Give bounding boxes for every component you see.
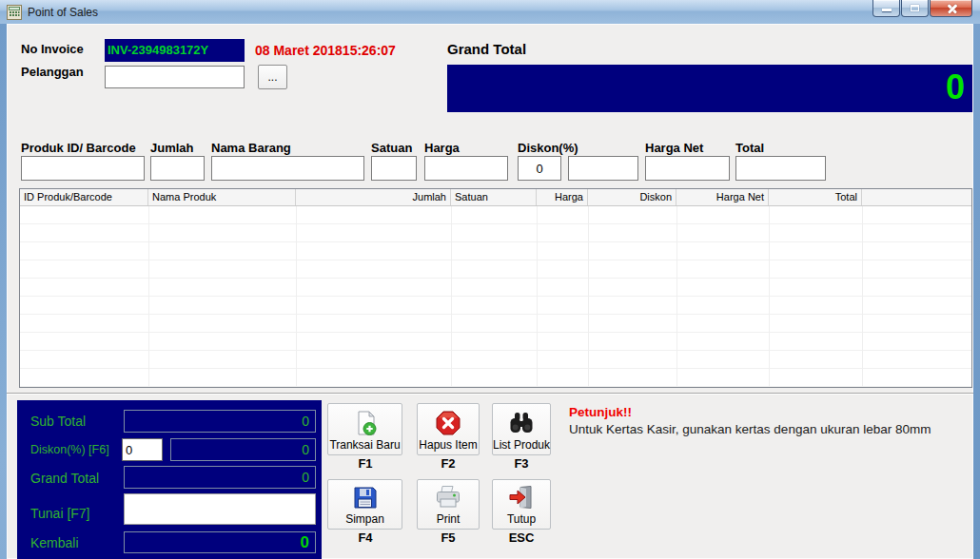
diskon-f6-value: 0	[170, 438, 316, 461]
kembali-value: 0	[124, 531, 316, 553]
minimize-button[interactable]	[872, 0, 900, 17]
fkey-f3: F3	[500, 456, 542, 471]
invoice-number-display: INV-2394983172Y	[105, 39, 245, 62]
restore-icon	[911, 5, 919, 11]
list-produk-button[interactable]: List Produk	[492, 403, 551, 455]
total-input[interactable]	[735, 156, 826, 181]
app-window: Point of Sales No Invoice INV-2394983172…	[0, 0, 980, 559]
satuan-label: Satuan	[371, 141, 412, 155]
fkey-f1: F1	[344, 456, 386, 471]
sub-total-label: Sub Total	[30, 414, 86, 429]
col-harga-net[interactable]: Harga Net	[676, 189, 769, 205]
pelanggan-browse-button[interactable]: ...	[258, 65, 287, 89]
delete-item-icon	[435, 404, 461, 438]
print-button[interactable]: Print	[417, 479, 480, 530]
jumlah-input[interactable]	[150, 156, 205, 181]
action-label: Hapus Item	[419, 438, 477, 454]
pelanggan-input[interactable]	[105, 66, 245, 88]
tunai-f7-input[interactable]	[124, 493, 316, 525]
simpan-button[interactable]: Simpan	[327, 479, 402, 530]
items-table-header: ID Produk/Barcode Nama Produk Jumlah Sat…	[20, 189, 971, 206]
diskon-label: Diskon(%)	[518, 141, 578, 155]
harga-net-input[interactable]	[645, 156, 730, 181]
tunai-f7-label: Tunai [F7]	[30, 506, 90, 521]
col-jumlah[interactable]: Jumlah	[296, 189, 451, 205]
col-diskon[interactable]: Diskon	[588, 189, 676, 205]
harga-input[interactable]	[424, 156, 508, 181]
diskon-input[interactable]	[518, 156, 561, 181]
col-id-produk[interactable]: ID Produk/Barcode	[20, 189, 148, 205]
grand-total-value: 0	[124, 466, 316, 489]
no-invoice-label: No Invoice	[21, 42, 84, 56]
diskon-amount-input[interactable]	[568, 156, 638, 181]
window-title: Point of Sales	[28, 6, 98, 19]
pelanggan-label: Pelanggan	[21, 65, 84, 79]
tutup-button[interactable]: Tutup	[492, 479, 551, 530]
grand-total-display: 0	[447, 65, 972, 112]
col-harga[interactable]: Harga	[537, 189, 588, 205]
nama-barang-input[interactable]	[211, 156, 364, 181]
hapus-item-button[interactable]: Hapus Item	[417, 403, 480, 455]
fkey-f5: F5	[427, 530, 469, 545]
action-label: Print	[437, 512, 461, 529]
grand-total-header-label: Grand Total	[447, 41, 526, 57]
fkey-esc: ESC	[500, 530, 542, 545]
nama-barang-label: Nama Barang	[211, 141, 291, 155]
action-label: Simpan	[345, 512, 384, 529]
total-label: Total	[735, 141, 764, 155]
col-nama-produk[interactable]: Nama Produk	[148, 189, 296, 205]
kembali-label: Kembali	[30, 535, 79, 550]
printer-icon	[435, 480, 461, 512]
summary-panel: Sub Total 0 Diskon(%) [F6] 0 Grand Total…	[17, 400, 322, 559]
diskon-f6-label: Diskon(%) [F6]	[30, 443, 109, 456]
diskon-f6-input[interactable]	[122, 438, 163, 461]
note-text: Untuk Kertas Kasir, gunakan kertas denga…	[569, 422, 931, 436]
action-label: List Produk	[493, 438, 550, 454]
harga-net-label: Harga Net	[645, 141, 703, 155]
col-empty[interactable]	[862, 189, 971, 205]
action-label: Tranksai Baru	[329, 438, 400, 454]
harga-label: Harga	[424, 141, 460, 155]
save-floppy-icon	[352, 480, 378, 512]
grand-total-label: Grand Total	[30, 471, 99, 486]
tranksai-baru-button[interactable]: Tranksai Baru	[327, 403, 402, 455]
titlebar[interactable]: Point of Sales	[0, 0, 980, 24]
new-transaction-icon	[352, 404, 379, 438]
exit-door-icon	[508, 480, 535, 512]
window-controls	[872, 0, 972, 17]
datetime-display: 08 Maret 201815:26:07	[255, 43, 396, 58]
fkey-f4: F4	[344, 530, 386, 545]
jumlah-label: Jumlah	[150, 141, 194, 155]
binoculars-icon	[508, 404, 535, 438]
satuan-input[interactable]	[371, 156, 417, 181]
items-table-body[interactable]	[20, 206, 971, 387]
section-divider	[7, 393, 973, 395]
action-label: Tutup	[507, 512, 536, 529]
col-satuan[interactable]: Satuan	[451, 189, 537, 205]
sub-total-value: 0	[124, 410, 316, 433]
minimize-icon	[882, 9, 892, 11]
client-area: No Invoice INV-2394983172Y 08 Maret 2018…	[7, 24, 973, 559]
produk-id-input[interactable]	[21, 156, 145, 181]
restore-button[interactable]	[901, 0, 929, 17]
col-total[interactable]: Total	[769, 189, 862, 205]
fkey-f2: F2	[427, 456, 469, 471]
calculator-app-icon	[7, 5, 22, 20]
produk-id-label: Produk ID/ Barcode	[21, 141, 136, 155]
note-title: Petunjuk!!	[569, 405, 632, 419]
items-table: ID Produk/Barcode Nama Produk Jumlah Sat…	[19, 188, 972, 388]
close-button[interactable]	[930, 0, 972, 17]
